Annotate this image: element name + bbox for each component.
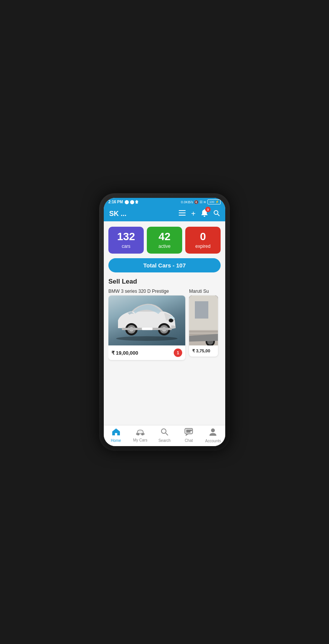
cars-count: 132 (117, 231, 135, 242)
battery-icon: 100 ⚡ (208, 199, 221, 204)
svg-rect-22 (195, 301, 208, 319)
svg-rect-1 (179, 212, 186, 213)
car2-svg (189, 295, 218, 345)
search-toolbar-icon[interactable] (213, 210, 220, 218)
home-nav-label: Home (111, 438, 121, 443)
chat-nav-label: Chat (185, 438, 193, 443)
search-nav-label: Search (158, 438, 171, 443)
nav-home[interactable]: Home (104, 428, 128, 443)
svg-rect-2 (179, 215, 186, 216)
my-cars-icon (136, 428, 145, 437)
nav-search[interactable]: Search (152, 428, 176, 443)
active-count: 42 (158, 231, 170, 242)
expired-label: expired (195, 244, 210, 249)
car-price-row-1: ₹ 19,00,000 1 (108, 345, 185, 360)
svg-line-28 (166, 433, 168, 435)
svg-point-26 (141, 433, 143, 435)
network-speed: 0.0KB/s (181, 200, 193, 204)
cars-label: cars (122, 244, 131, 249)
car-image-2 (189, 295, 218, 345)
app-title: SK ... (109, 210, 126, 218)
car-card-2[interactable]: ₹ 3,75,00 (189, 295, 218, 357)
car-price-1: ₹ 19,00,000 (111, 350, 138, 356)
signal-icons: 🔇 ☒ ≋ (194, 200, 206, 204)
car-card-1[interactable]: ₹ 19,00,000 1 (108, 295, 185, 360)
cars-stat-card[interactable]: 132 cars (108, 227, 144, 254)
bottom-nav: Home My Cars (104, 425, 225, 446)
active-stat-card[interactable]: 42 active (147, 227, 182, 254)
car-listing-item-2: Maruti Su (189, 289, 218, 360)
nav-my-cars[interactable]: My Cars (128, 428, 152, 442)
svg-point-32 (211, 428, 215, 432)
svg-point-4 (214, 211, 218, 214)
svg-rect-31 (186, 432, 190, 432)
nav-accounts[interactable]: Accounts (201, 428, 225, 443)
car-title-2: Maruti Su (189, 289, 218, 294)
notification-icon[interactable]: 3 (201, 209, 208, 218)
stats-row: 132 cars 42 active 0 expired (108, 227, 221, 254)
toolbar-icons: + 3 (179, 209, 220, 218)
svg-line-5 (218, 214, 219, 216)
car-image-1 (108, 295, 185, 345)
expired-count: 0 (200, 231, 206, 242)
nav-chat[interactable]: Chat (177, 428, 201, 443)
notification-badge: 3 (205, 207, 211, 212)
svg-point-25 (137, 433, 139, 435)
car-price-2: ₹ 3,75,00 (192, 349, 210, 354)
svg-point-6 (116, 336, 178, 341)
add-icon[interactable]: + (191, 209, 196, 218)
svg-point-3 (204, 216, 205, 217)
car-listing-item: BMW 3 series 320 D Prestige (108, 289, 185, 360)
status-icons: ⬤ ⬤ 🗑 (125, 200, 139, 204)
svg-rect-29 (185, 428, 193, 434)
lead-badge-1: 1 (174, 349, 182, 357)
car-title-1: BMW 3 series 320 D Prestige (108, 289, 185, 294)
car-price-row-2: ₹ 3,75,00 (189, 345, 218, 357)
expired-stat-card[interactable]: 0 expired (185, 227, 221, 254)
accounts-icon (209, 428, 217, 438)
svg-rect-15 (142, 327, 153, 330)
app-toolbar: SK ... + 3 (104, 206, 225, 221)
chat-icon (184, 428, 193, 438)
status-left: 2:16 PM ⬤ ⬤ 🗑 (108, 200, 139, 204)
total-cars-banner[interactable]: Total Cars - 107 (108, 258, 221, 272)
phone-frame: 2:16 PM ⬤ ⬤ 🗑 0.0KB/s 🔇 ☒ ≋ 100 ⚡ SK ... (99, 193, 230, 451)
car-listings: BMW 3 series 320 D Prestige (108, 289, 221, 362)
status-right: 0.0KB/s 🔇 ☒ ≋ 100 ⚡ (181, 199, 221, 204)
svg-rect-19 (189, 331, 218, 332)
main-content: 132 cars 42 active 0 expired Total Cars … (104, 221, 225, 425)
svg-point-27 (161, 429, 166, 433)
svg-rect-30 (186, 430, 192, 431)
my-cars-nav-label: My Cars (133, 438, 147, 442)
status-bar: 2:16 PM ⬤ ⬤ 🗑 0.0KB/s 🔇 ☒ ≋ 100 ⚡ (104, 198, 225, 206)
section-title: Sell Lead (108, 278, 221, 285)
active-label: active (158, 244, 170, 249)
time-display: 2:16 PM (108, 200, 123, 204)
accounts-nav-label: Accounts (205, 439, 221, 443)
svg-rect-0 (179, 210, 186, 211)
home-icon (112, 428, 120, 438)
phone-screen: 2:16 PM ⬤ ⬤ 🗑 0.0KB/s 🔇 ☒ ≋ 100 ⚡ SK ... (104, 198, 225, 446)
search-nav-icon (161, 428, 168, 438)
menu-icon[interactable] (179, 210, 186, 217)
bmw-car-svg (110, 299, 183, 342)
